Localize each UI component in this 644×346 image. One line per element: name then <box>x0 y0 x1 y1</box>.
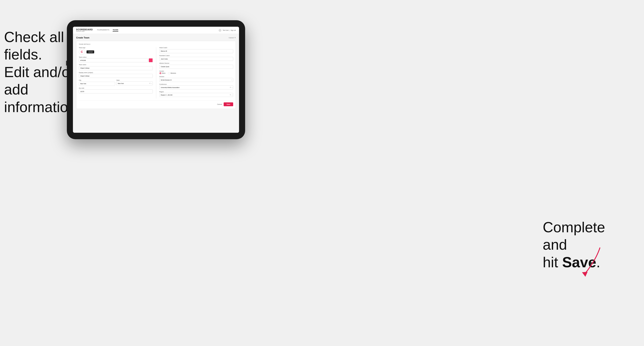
conference-select-wrapper: University Athletic Association ✕ ⌄ <box>160 85 233 89</box>
upload-button[interactable]: Upload <box>86 50 94 53</box>
team-name-label: Team name <box>79 64 153 65</box>
gender-radio-row: Mens Womens <box>160 72 233 74</box>
section-title: TEAM DETAILS <box>79 43 233 45</box>
navbar: SCOREBOARD Powered by clippd TOURNAMENTS… <box>73 27 239 34</box>
nav-right: Test User | Sign out <box>218 29 236 32</box>
state-label: State <box>116 80 152 81</box>
region-select[interactable]: Region II - (M) DIII <box>160 93 233 97</box>
annotation-right-line2: hit <box>543 254 562 270</box>
user-name: Test User | <box>223 29 229 31</box>
tablet-screen: SCOREBOARD Powered by clippd TOURNAMENTS… <box>73 27 239 133</box>
brand-logo: SCOREBOARD Powered by clippd <box>76 28 93 32</box>
col-divider <box>156 47 156 99</box>
team-logo-label: Team logo <box>79 47 153 48</box>
state-select[interactable]: New York <box>116 81 152 85</box>
team-name-group: Team name <box>79 64 153 70</box>
division-select[interactable]: NCAA Division III <box>160 78 233 82</box>
head-coach-group: Head Coach <box>160 47 233 53</box>
form-col-right: Head Coach Assistant Coach Athletic Dire… <box>160 47 233 99</box>
arrow-right-icon <box>564 245 604 277</box>
save-button[interactable]: Save <box>224 102 233 106</box>
gender-group: Gender Mens Womens <box>160 70 233 74</box>
gender-mens-radio[interactable] <box>160 72 162 74</box>
annotation-line2: Edit and/or add <box>4 64 74 98</box>
colour-input[interactable] <box>79 58 148 62</box>
team-name-input[interactable] <box>79 66 153 70</box>
form-card: TEAM DETAILS Team logo C Upload <box>76 41 236 109</box>
tablet-frame: SCOREBOARD Powered by clippd TOURNAMENTS… <box>67 20 245 139</box>
conference-label: Conference <box>160 84 233 85</box>
region-clear-icon[interactable]: ✕ <box>230 94 231 96</box>
state-chevron-icon: ⌄ <box>151 83 152 84</box>
division-label: Division <box>160 76 233 77</box>
city-field: City <box>79 80 115 86</box>
city-label: City <box>79 80 115 81</box>
athletic-director-group: Athletic Director <box>160 62 233 69</box>
gender-mens-option[interactable]: Mens <box>160 72 166 74</box>
athletic-director-input[interactable] <box>160 65 233 69</box>
state-select-wrapper: New York ✕ ⌄ <box>116 81 152 85</box>
state-field: State New York ✕ ⌄ <box>116 80 152 86</box>
region-chevron-icon: ⌄ <box>231 94 232 96</box>
user-avatar <box>218 29 222 32</box>
logo-area: C Upload <box>79 49 153 55</box>
assistant-coach-label: Assistant Coach <box>160 55 233 56</box>
nav-teams[interactable]: TEAMS <box>113 29 118 31</box>
region-label: Region <box>160 91 233 92</box>
color-row <box>79 58 153 62</box>
city-state-row: City State New York <box>79 80 153 86</box>
conference-clear-icon[interactable]: ✕ <box>230 87 231 88</box>
gender-label: Gender <box>160 70 233 72</box>
conference-select[interactable]: University Athletic Association <box>160 85 233 89</box>
zip-input[interactable] <box>79 89 153 93</box>
region-select-wrapper: Region II - (M) DIII ✕ ⌄ <box>160 93 233 97</box>
sign-out-link[interactable]: Sign out <box>230 29 236 31</box>
team-logo-group: Team logo C Upload <box>79 47 153 55</box>
city-state-group: City State New York <box>79 80 153 86</box>
region-group: Region Region II - (M) DIII ✕ ⌄ <box>160 91 233 97</box>
logo-circle: C <box>79 49 85 55</box>
cancel-close-button[interactable]: Cancel ✕ <box>229 37 236 39</box>
zip-label: Zip code <box>79 87 153 89</box>
head-coach-input[interactable] <box>160 49 233 53</box>
main-content: Create Team Cancel ✕ TEAM DETAILS Team l… <box>73 34 239 133</box>
assistant-coach-input[interactable] <box>160 57 233 61</box>
display-name-label: Display name (unique) <box>79 72 153 73</box>
division-select-wrapper: NCAA Division III ⌄ <box>160 78 233 82</box>
division-group: Division NCAA Division III ⌄ <box>160 76 233 82</box>
athletic-director-label: Athletic Director <box>160 62 233 64</box>
annotation-line1: Check all fields. <box>4 29 64 62</box>
state-clear-icon[interactable]: ✕ <box>149 83 150 84</box>
cancel-button[interactable]: Cancel <box>217 103 222 105</box>
form-col-left: Team logo C Upload Team colour <box>79 47 153 99</box>
display-name-input[interactable] <box>79 74 153 78</box>
color-swatch[interactable] <box>149 58 153 62</box>
brand-name: SCOREBOARD <box>76 28 93 31</box>
head-coach-label: Head Coach <box>160 47 233 48</box>
logo-letter: C <box>81 50 83 53</box>
brand-sub: Powered by clippd <box>76 31 93 32</box>
form-footer: Cancel Save <box>79 101 233 106</box>
display-name-group: Display name (unique) <box>79 72 153 78</box>
nav-tournaments[interactable]: TOURNAMENTS <box>97 29 110 31</box>
gender-womens-option[interactable]: Womens <box>168 72 176 74</box>
conference-group: Conference University Athletic Associati… <box>160 84 233 89</box>
page-title: Create Team <box>76 36 89 39</box>
team-colour-label: Team colour <box>79 56 153 58</box>
svg-marker-1 <box>582 272 588 277</box>
tablet-side-button <box>66 61 67 66</box>
zip-code-group: Zip code <box>79 87 153 94</box>
page-header: Create Team Cancel ✕ <box>76 36 236 39</box>
conference-chevron-icon: ⌄ <box>231 87 232 88</box>
team-colour-group: Team colour <box>79 56 153 62</box>
form-row-main: Team logo C Upload Team colour <box>79 47 233 99</box>
city-input[interactable] <box>79 82 115 86</box>
gender-womens-radio[interactable] <box>168 72 170 74</box>
assistant-coach-group: Assistant Coach <box>160 55 233 61</box>
nav-links: TOURNAMENTS TEAMS <box>97 29 218 31</box>
